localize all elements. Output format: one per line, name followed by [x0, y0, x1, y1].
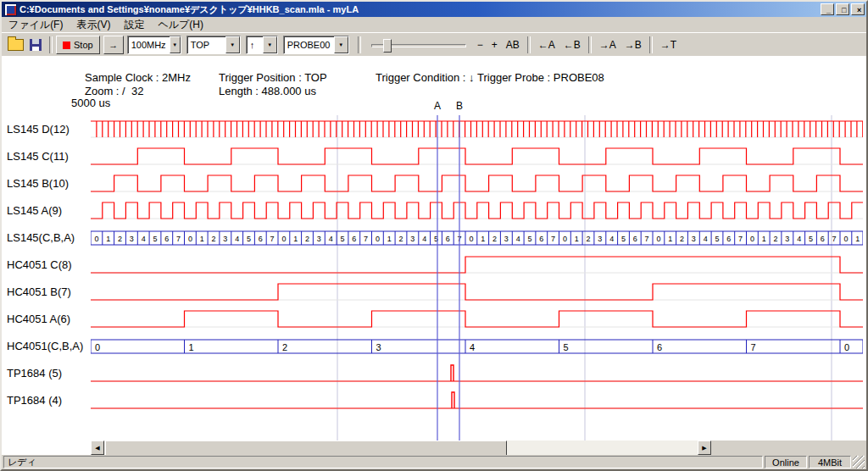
- sample-clock-select[interactable]: 100MHz ▼: [127, 36, 181, 54]
- svg-text:0: 0: [563, 235, 567, 243]
- svg-text:5: 5: [247, 235, 251, 243]
- svg-text:1: 1: [387, 235, 392, 243]
- svg-text:7: 7: [645, 235, 649, 243]
- resize-grip[interactable]: [853, 456, 865, 468]
- maximize-button[interactable]: □: [836, 3, 849, 15]
- svg-text:7: 7: [551, 235, 555, 243]
- jump-right-cursor-b-button[interactable]: →B: [620, 37, 646, 53]
- svg-text:6: 6: [259, 235, 263, 243]
- svg-text:5: 5: [340, 235, 344, 243]
- trigger-edge-value: ↑: [247, 40, 263, 50]
- scrollbar-thumb[interactable]: [105, 441, 507, 455]
- svg-text:3: 3: [504, 235, 509, 243]
- save-floppy-icon: [30, 39, 42, 51]
- svg-text:1: 1: [575, 235, 579, 243]
- open-file-button[interactable]: [5, 36, 25, 54]
- jump-left-cursor-a-button[interactable]: ←A: [534, 37, 559, 53]
- svg-text:6: 6: [446, 235, 450, 243]
- stop-label: Stop: [74, 40, 93, 50]
- svg-text:1: 1: [481, 235, 485, 243]
- waveform-area[interactable]: 0123456701234567012345670123456701234567…: [91, 115, 863, 441]
- svg-text:6: 6: [164, 235, 169, 243]
- menu-item-2[interactable]: 表示(V): [70, 17, 117, 33]
- statusbar: レディ Online 4MBit: [2, 455, 866, 469]
- channel-label-5: LS145(C,B,A): [7, 231, 75, 244]
- svg-text:4: 4: [516, 235, 520, 243]
- svg-text:6: 6: [633, 235, 637, 243]
- chevron-down-icon[interactable]: ▼: [263, 36, 277, 53]
- svg-text:2: 2: [492, 235, 497, 243]
- trigger-probe-select[interactable]: PROBE00 ▼: [283, 36, 349, 54]
- svg-text:1: 1: [668, 235, 672, 243]
- channel-label-3: LS145 B(10): [7, 177, 69, 190]
- svg-text:7: 7: [832, 235, 837, 243]
- svg-text:2: 2: [773, 235, 777, 243]
- horizontal-scrollbar[interactable]: ◀ ▶: [91, 441, 711, 455]
- titlebar[interactable]: C:¥Documents and Settings¥noname¥デスクトップ¥…: [2, 2, 866, 17]
- run-button[interactable]: →: [103, 36, 124, 54]
- svg-text:0: 0: [844, 342, 849, 352]
- toolbar-separator: [49, 36, 53, 53]
- waveform-client: Sample Clock : 2MHz Trigger Position : T…: [2, 56, 866, 455]
- svg-text:2: 2: [118, 235, 122, 243]
- trigger-position-value: TOP: [187, 40, 225, 50]
- chevron-down-icon[interactable]: ▼: [334, 36, 348, 53]
- svg-text:5: 5: [621, 235, 626, 243]
- svg-text:5: 5: [564, 342, 569, 352]
- menu-item-4[interactable]: ヘルプ(H): [151, 17, 210, 33]
- svg-text:7: 7: [176, 235, 181, 243]
- svg-text:7: 7: [364, 235, 368, 243]
- close-button[interactable]: ×: [851, 3, 865, 15]
- zoom-out-button[interactable]: −: [473, 37, 487, 53]
- chevron-down-icon[interactable]: ▼: [170, 36, 181, 53]
- trigger-condition-info: Trigger Condition : ↓: [376, 71, 475, 84]
- save-button[interactable]: [25, 36, 46, 54]
- zoom-slider-thumb[interactable]: [383, 39, 392, 53]
- jump-trigger-button[interactable]: →T: [656, 37, 681, 53]
- svg-text:0: 0: [656, 235, 660, 243]
- length-info: Length : 488.000 us: [219, 85, 316, 97]
- cursor-b-label[interactable]: B: [456, 100, 463, 112]
- svg-text:7: 7: [270, 235, 275, 243]
- open-folder-icon: [8, 39, 24, 51]
- svg-text:4: 4: [329, 235, 333, 243]
- svg-text:1: 1: [855, 235, 860, 243]
- svg-text:0: 0: [188, 235, 192, 243]
- svg-text:3: 3: [410, 235, 415, 243]
- svg-text:0: 0: [750, 235, 754, 243]
- jump-left-cursor-b-button[interactable]: ←B: [559, 37, 585, 53]
- zoom-slider[interactable]: [371, 36, 466, 53]
- window-title: C:¥Documents and Settings¥noname¥デスクトップ¥…: [19, 3, 821, 16]
- minimize-button[interactable]: _: [821, 3, 834, 15]
- status-memory: 4MBit: [809, 456, 851, 468]
- trigger-probe-info: Trigger Probe : PROBE08: [477, 71, 604, 84]
- trigger-edge-select[interactable]: ↑ ▼: [246, 36, 278, 54]
- stop-button[interactable]: Stop: [56, 36, 100, 54]
- svg-text:1: 1: [200, 235, 204, 243]
- channel-label-10: TP1684 (5): [7, 367, 62, 380]
- menu-item-3[interactable]: 設定: [117, 17, 151, 33]
- svg-text:5: 5: [153, 235, 157, 243]
- cursor-a-label[interactable]: A: [434, 100, 441, 112]
- app-icon: [4, 3, 17, 16]
- chevron-down-icon[interactable]: ▼: [225, 36, 240, 53]
- channel-label-6: HC4051 C(8): [7, 258, 72, 271]
- trigger-position-select[interactable]: TOP ▼: [186, 36, 241, 54]
- svg-text:6: 6: [657, 342, 662, 352]
- svg-text:0: 0: [376, 235, 380, 243]
- svg-text:1: 1: [293, 235, 298, 243]
- svg-text:3: 3: [223, 235, 227, 243]
- jump-right-cursor-a-button[interactable]: →A: [595, 37, 620, 53]
- svg-text:0: 0: [94, 235, 98, 243]
- trigger-position-info: Trigger Position : TOP: [219, 71, 327, 84]
- zoom-info: Zoom : / 32: [85, 85, 143, 97]
- stop-icon: [63, 42, 70, 49]
- cursor-ab-button[interactable]: AB: [502, 37, 524, 53]
- menu-item-1[interactable]: ファイル(F): [2, 17, 70, 33]
- sample-clock-value: 100MHz: [128, 40, 170, 50]
- scrollbar-filler: [711, 441, 866, 455]
- toolbar-separator: [358, 36, 361, 53]
- zoom-in-button[interactable]: +: [487, 37, 502, 53]
- scroll-right-button[interactable]: ▶: [698, 441, 711, 455]
- scroll-left-button[interactable]: ◀: [91, 441, 104, 455]
